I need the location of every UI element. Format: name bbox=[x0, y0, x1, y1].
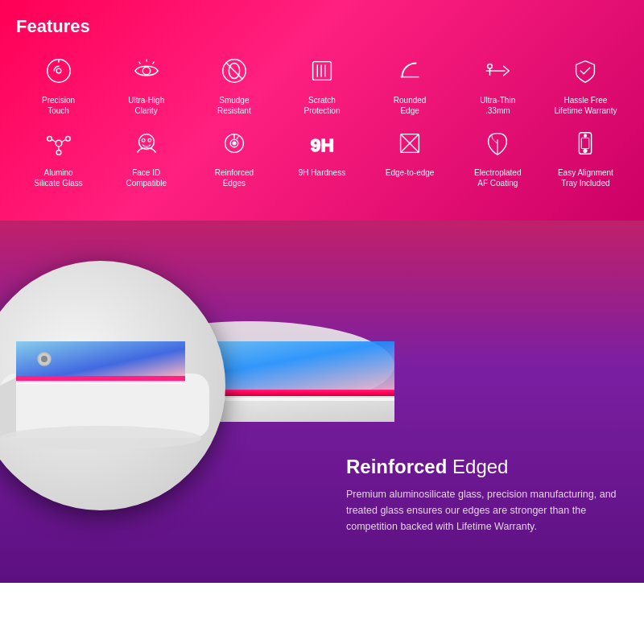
reinforce-icon bbox=[215, 124, 254, 163]
thin-label: Ultra-Thin.33mm bbox=[480, 95, 515, 116]
svg-point-3 bbox=[142, 67, 151, 75]
touch-icon bbox=[39, 52, 78, 90]
features-row-1: PrecisionTouch Ultra-HighClarity bbox=[16, 52, 628, 116]
svg-point-38 bbox=[584, 150, 588, 153]
edge-to-edge-label: Edge-to-edge bbox=[386, 167, 435, 178]
reinforced-label: ReinforcedEdges bbox=[215, 167, 254, 188]
section-title: Features bbox=[16, 16, 628, 37]
9h-icon: 9H bbox=[303, 124, 341, 163]
9h-label: 9H Hardness bbox=[299, 167, 345, 178]
feature-electroplated: ElectroplatedAF Coating bbox=[456, 124, 540, 188]
svg-line-6 bbox=[138, 62, 140, 64]
faceid-label: Face IDCompatible bbox=[126, 167, 167, 188]
svg-point-48 bbox=[0, 426, 201, 450]
ultra-clarity-label: Ultra-HighClarity bbox=[128, 95, 164, 116]
rounded-icon bbox=[390, 52, 429, 90]
feature-reinforced: ReinforcedEdges bbox=[192, 124, 276, 188]
scratch-label: ScratchProtection bbox=[303, 95, 340, 116]
feature-smudge: SmudgeResistant bbox=[192, 52, 276, 116]
electroplated-label: ElectroplatedAF Coating bbox=[474, 167, 521, 188]
svg-point-1 bbox=[56, 68, 61, 73]
feature-alignment: Easy AlignmentTray Included bbox=[543, 124, 628, 188]
feature-ultra-clarity: Ultra-HighClarity bbox=[104, 52, 188, 116]
svg-point-27 bbox=[148, 138, 151, 142]
feature-hassle-free: Hassle FreeLifetime Warranty bbox=[543, 52, 628, 116]
svg-point-0 bbox=[47, 60, 70, 83]
reinforced-description: Premium aluminosilicate glass, precision… bbox=[346, 486, 620, 535]
alignment-icon bbox=[566, 124, 605, 163]
feature-thin: Ultra-Thin.33mm bbox=[456, 52, 540, 116]
svg-point-20 bbox=[65, 136, 70, 141]
leaf-icon bbox=[478, 124, 517, 163]
svg-point-37 bbox=[584, 134, 587, 137]
svg-point-25 bbox=[138, 134, 154, 150]
feature-precision-touch: PrecisionTouch bbox=[16, 52, 101, 116]
svg-point-18 bbox=[56, 140, 62, 147]
scratch-icon bbox=[303, 52, 341, 90]
edges-icon bbox=[390, 124, 429, 163]
smudge-icon bbox=[215, 52, 254, 90]
svg-point-47 bbox=[41, 356, 47, 362]
svg-text:9H: 9H bbox=[311, 134, 334, 155]
rounded-label: RoundedEdge bbox=[394, 95, 427, 116]
smudge-label: SmudgeResistant bbox=[217, 95, 251, 116]
eye-icon bbox=[127, 52, 166, 90]
feature-faceid: Face IDCompatible bbox=[104, 124, 188, 188]
svg-rect-45 bbox=[16, 381, 185, 384]
svg-rect-39 bbox=[582, 138, 590, 148]
reinforced-text-block: Reinforced Edged Premium aluminosilicate… bbox=[346, 456, 620, 535]
svg-point-21 bbox=[56, 151, 61, 155]
svg-rect-10 bbox=[313, 62, 332, 80]
svg-point-26 bbox=[142, 138, 145, 142]
feature-alumino: AluminoSilicate Glass bbox=[16, 124, 101, 188]
features-row-2: AluminoSilicate Glass Face IDCompatible bbox=[16, 124, 628, 188]
alumino-label: AluminoSilicate Glass bbox=[34, 167, 83, 188]
bottom-section: Reinforced Edged Premium aluminosilicate… bbox=[0, 221, 644, 583]
svg-line-5 bbox=[152, 62, 154, 64]
svg-line-23 bbox=[60, 139, 65, 142]
svg-point-16 bbox=[488, 64, 493, 68]
alignment-label: Easy AlignmentTray Included bbox=[558, 167, 613, 188]
feature-scratch: ScratchProtection bbox=[279, 52, 364, 116]
faceid-icon bbox=[127, 124, 166, 163]
shield-icon bbox=[566, 52, 605, 90]
hassle-free-label: Hassle FreeLifetime Warranty bbox=[554, 95, 617, 116]
features-section: Features PrecisionTouch bbox=[0, 0, 644, 221]
reinforced-title: Reinforced Edged bbox=[346, 456, 620, 478]
feature-rounded: RoundedEdge bbox=[368, 52, 452, 116]
svg-point-19 bbox=[47, 136, 52, 141]
svg-point-30 bbox=[233, 142, 236, 145]
svg-line-22 bbox=[52, 139, 56, 142]
feature-9h: 9H 9H Hardness bbox=[279, 124, 364, 188]
thin-icon bbox=[478, 52, 517, 90]
precision-touch-label: PrecisionTouch bbox=[42, 95, 75, 116]
feature-edge-to-edge: Edge-to-edge bbox=[368, 124, 452, 188]
molecule-icon bbox=[39, 124, 78, 163]
